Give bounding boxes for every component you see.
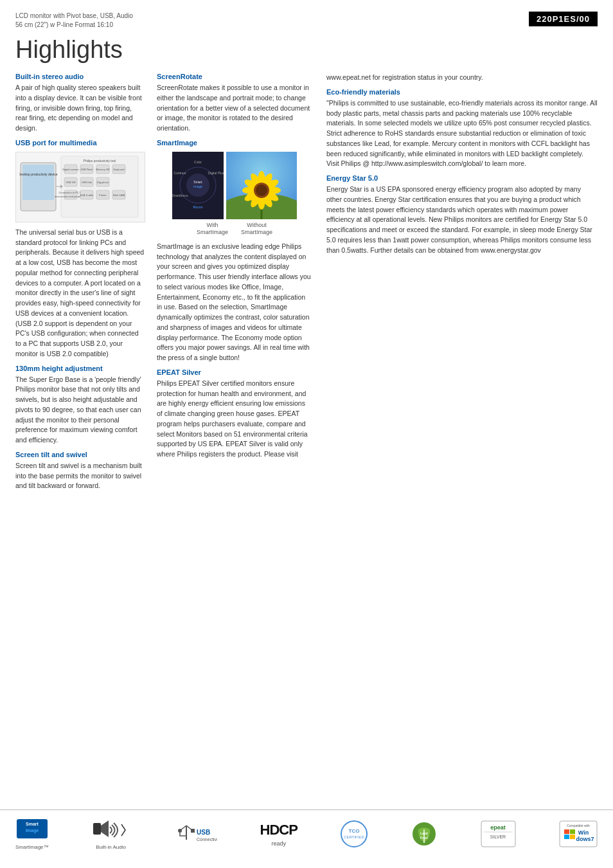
column-right: www.epeat.net for registration status in… — [324, 73, 598, 496]
svg-point-66 — [341, 821, 367, 847]
page-title: Highlights — [0, 30, 613, 73]
section-built-in-audio: Built-in stereo audio A pair of high qua… — [15, 73, 145, 134]
smartimage-footer-logo: Smart Image SmartImage™ — [15, 818, 49, 850]
hdcp-ready-text: ready — [271, 840, 286, 847]
product-code: 220P1ES/00 — [529, 12, 598, 26]
svg-rect-1 — [22, 165, 54, 200]
section-title-tilt: Screen tilt and swivel — [15, 451, 145, 458]
section-body-eco: "Philips is committed to use sustainable… — [326, 98, 598, 169]
tco-footer-logo: TCO CERTIFIED — [341, 820, 368, 847]
audio-logo-icon — [92, 818, 130, 842]
section-energy-star: Energy Star 5.0 Energy Star is a US EPA … — [326, 174, 598, 255]
svg-text:Digital Plus: Digital Plus — [208, 171, 224, 175]
svg-rect-63 — [191, 829, 195, 833]
svg-text:Smart: Smart — [193, 180, 202, 184]
section-title-smartimage: SmartImage — [157, 139, 312, 147]
smartimage-right-panel — [226, 152, 297, 219]
product-size: 56 cm (22") w P-line Format 16:10 — [15, 21, 133, 30]
smartimage-visual-container: Smart Image Color Contrast Digital Plus … — [157, 152, 312, 235]
section-body-epeat-url: www.epeat.net for registration status in… — [326, 73, 598, 83]
section-height-adj: 130mm height adjustment The Super Ergo B… — [15, 365, 145, 446]
header-product-info: LCD monitor with Pivot base, USB, Audio … — [15, 12, 133, 30]
svg-text:SILVER: SILVER — [490, 835, 506, 839]
windows7-footer-logo: Compatible with Win dows 7 — [559, 820, 598, 847]
svg-rect-79 — [564, 829, 569, 834]
page: LCD monitor with Pivot base, USB, Audio … — [0, 0, 613, 868]
svg-text:Desktop productivity device: Desktop productivity device — [19, 172, 58, 176]
section-body-energy: Energy Star is a US EPA sponsored energy… — [326, 185, 598, 255]
section-body-epeat: Philips EPEAT Silver certified monitors … — [157, 379, 312, 460]
svg-text:Digital camera: Digital camera — [62, 168, 79, 171]
svg-text:Mucon: Mucon — [193, 205, 202, 209]
section-smartimage: SmartImage — [157, 139, 312, 363]
svg-text:dows: dows — [576, 836, 591, 842]
epeat-logo-icon: epeat SILVER — [481, 820, 516, 847]
svg-text:Connectivity: Connectivity — [197, 837, 217, 842]
svg-text:7: 7 — [591, 836, 594, 842]
svg-text:epeat: epeat — [490, 824, 506, 831]
svg-text:USB: USB — [197, 829, 210, 836]
section-title-epeat: EPEAT Silver — [157, 368, 312, 376]
flower-svg — [226, 152, 297, 219]
svg-rect-81 — [564, 835, 569, 839]
product-line: LCD monitor with Pivot base, USB, Audio — [15, 12, 133, 21]
footer-logos-bar: Smart Image SmartImage™ Built-in Audio — [0, 809, 613, 850]
leadfree-logo-icon: Lead Free! — [411, 820, 438, 847]
svg-text:Philips productivity tool: Philips productivity tool — [84, 159, 116, 163]
epeat-footer-logo: epeat SILVER — [481, 820, 516, 847]
smartimage-labels: WithSmartImage WithoutSmartImage — [157, 222, 312, 237]
svg-text:Lead: Lead — [420, 831, 428, 835]
smartimage-ui-svg: Smart Image Color Contrast Digital Plus … — [172, 152, 224, 219]
smartimage-visual: Smart Image Color Contrast Digital Plus … — [157, 152, 312, 219]
svg-text:Connection to PC for: Connection to PC for — [58, 191, 83, 194]
smartimage-left-panel: Smart Image Color Contrast Digital Plus … — [172, 152, 224, 219]
section-usb-port: USB port for multimedia Desktop producti… — [15, 139, 145, 359]
usb-logo-icon: USB Connectivity — [173, 822, 217, 846]
section-body-usb: The universal serial bus or USB is a sta… — [15, 228, 145, 359]
section-title-eco: Eco-friendly materials — [326, 88, 598, 96]
svg-text:Image: Image — [193, 185, 202, 188]
svg-text:Contrast: Contrast — [174, 171, 187, 175]
content-area: Built-in stereo audio A pair of high qua… — [0, 73, 613, 496]
smartimage-with-label: WithSmartImage — [197, 222, 228, 237]
svg-text:USB HD: USB HD — [66, 181, 75, 184]
usb-diagram: Desktop productivity device Philips prod… — [16, 152, 145, 222]
section-title-usb: USB port for multimedia — [15, 139, 145, 147]
tco-logo-icon: TCO CERTIFIED — [341, 820, 368, 847]
section-epeat: EPEAT Silver Philips EPEAT Silver certif… — [157, 368, 312, 460]
svg-text:Smart: Smart — [26, 822, 39, 826]
smartimage-footer-label: SmartImage™ — [15, 844, 49, 850]
usb-connectivity-footer-logo: USB Connectivity — [173, 822, 217, 846]
svg-text:USB Flash: USB Flash — [80, 168, 93, 171]
svg-text:Digi-photo: Digi-photo — [97, 181, 109, 184]
smartimage-logo-icon: Smart Image — [17, 818, 48, 842]
hdcp-footer-logo: HDCP ready — [260, 822, 298, 847]
leadfree-footer-logo: Lead Free! — [411, 820, 438, 847]
section-body-audio: A pair of high quality stereo speakers b… — [15, 83, 145, 134]
svg-text:USB Hub: USB Hub — [82, 181, 93, 184]
hdcp-text: HDCP — [260, 822, 298, 838]
svg-rect-82 — [570, 835, 575, 839]
svg-text:Image: Image — [26, 828, 39, 833]
svg-rect-60 — [93, 823, 101, 835]
usb-diagram-svg: Desktop productivity device Philips prod… — [19, 153, 141, 221]
svg-text:Memory HD: Memory HD — [96, 168, 109, 171]
svg-text:CERTIFIED: CERTIFIED — [344, 835, 364, 839]
section-title-energy: Energy Star 5.0 — [326, 174, 598, 182]
header: LCD monitor with Pivot base, USB, Audio … — [0, 0, 613, 30]
svg-text:Win: Win — [578, 829, 589, 836]
usb-diagram-container: Desktop productivity device Philips prod… — [15, 152, 145, 222]
section-body-screenrotate: ScreenRotate makes it possible to use a … — [157, 83, 312, 134]
section-title-audio: Built-in stereo audio — [15, 73, 145, 80]
section-screen-tilt: Screen tilt and swivel Screen tilt and s… — [15, 451, 145, 491]
section-eco-friendly: Eco-friendly materials "Philips is commi… — [326, 88, 598, 169]
svg-text:Color: Color — [194, 160, 202, 164]
section-title-height: 130mm height adjustment — [15, 365, 145, 372]
svg-text:Compatible with: Compatible with — [567, 824, 590, 827]
svg-marker-61 — [101, 820, 109, 837]
svg-point-62 — [178, 829, 182, 833]
svg-text:Keyboard: Keyboard — [113, 168, 124, 171]
svg-text:Printer: Printer — [99, 194, 107, 197]
section-title-screenrotate: ScreenRotate — [157, 73, 312, 80]
section-screenrotate: ScreenRotate ScreenRotate makes it possi… — [157, 73, 312, 134]
